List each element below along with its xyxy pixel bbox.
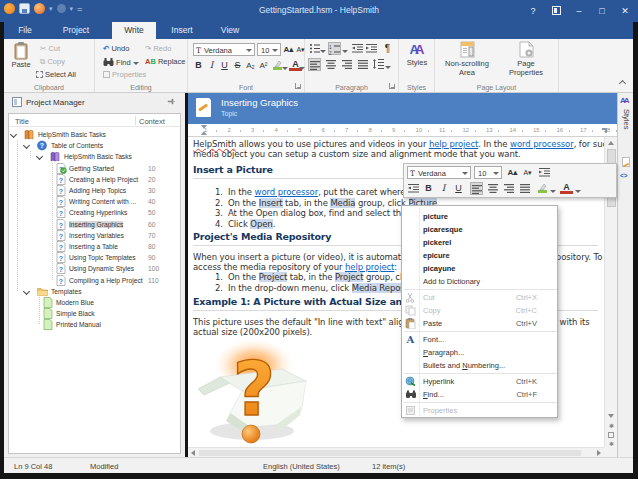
tree-item-label[interactable]: Adding Help Topics (69, 187, 126, 194)
scroll-up-icon[interactable] (608, 141, 614, 145)
tree-item-writing-content-with[interactable]: ?Writing Content with ...40 (9, 196, 180, 207)
tree-item-label[interactable]: Creating a Help Project (69, 176, 138, 183)
menu-item-add-to-dictionary[interactable]: Add to Dictionary (402, 275, 557, 288)
tree-item-label[interactable]: HelpSmith Basic Tasks (64, 153, 132, 160)
tree-item-compiling-a-help-project[interactable]: ?Compiling a Help Project110 (9, 275, 180, 286)
tree-item-label[interactable]: Creating Hyperlinks (69, 209, 127, 216)
tree-item-label[interactable]: Writing Content with ... (69, 198, 136, 205)
mini-highlight-arrow[interactable] (549, 184, 556, 197)
strikethrough-button[interactable]: S (231, 59, 244, 72)
menu-item-paste[interactable]: PasteCtrl+V (402, 317, 557, 330)
cut-button[interactable]: ✂ Cut (40, 44, 60, 53)
menu-item-epicure[interactable]: epicure (402, 249, 557, 262)
tree-item-helpsmith-basic-tasks[interactable]: HelpSmith Basic Tasks (9, 129, 180, 140)
font-dialog-launcher-icon[interactable] (295, 83, 301, 89)
mini-grow-font-button[interactable]: A▴ (506, 166, 519, 179)
menu-item-bullets-and-numbering[interactable]: Bullets and Numbering... (402, 359, 557, 372)
ribbon-tab-view[interactable]: View (212, 22, 248, 39)
mini-bold-button[interactable]: B (422, 182, 435, 195)
ribbon-tab-insert[interactable]: Insert (162, 22, 202, 39)
maximize-button[interactable]: □ (597, 6, 607, 16)
underline-button[interactable]: U (218, 59, 231, 72)
ruler[interactable]: 123456789101112131415161718 (188, 124, 617, 137)
horizontal-scrollbar[interactable] (188, 447, 604, 457)
ribbon-tab-project[interactable]: Project (52, 22, 100, 39)
browse-previous-icon[interactable] (608, 414, 614, 418)
tree-item-inserting-variables[interactable]: ?Inserting Variables70 (9, 230, 180, 241)
find-button[interactable]: Find (103, 57, 139, 67)
align-center-button[interactable] (324, 58, 337, 71)
tree-item-inserting-graphics[interactable]: ?Inserting Graphics60 (9, 219, 180, 230)
highlight-color-arrow[interactable] (282, 61, 288, 74)
language-indicator[interactable]: English (United States) (263, 462, 340, 471)
tree-column-header[interactable]: Title Context (9, 114, 180, 127)
topic-panel-icon[interactable] (622, 157, 630, 167)
browse-object-icon[interactable] (608, 432, 614, 438)
pilcrow-button[interactable]: ¶ (381, 42, 394, 55)
close-button[interactable]: ✕ (620, 6, 630, 16)
tree-item-label[interactable]: Templates (51, 288, 81, 295)
collapse-ribbon-icon[interactable] (619, 80, 626, 87)
tree-item-label[interactable]: Getting Started (69, 165, 114, 172)
html-code-panel-icon[interactable]: <> (620, 172, 628, 179)
menu-item-hyperlink[interactable]: HyperlinkCtrl+K (402, 375, 557, 388)
doc-link[interactable]: help project (345, 262, 394, 272)
mini-format-button[interactable] (538, 166, 551, 179)
styles-button[interactable]: AA Styles (401, 42, 433, 67)
tree-item-label[interactable]: Modern Blue (56, 299, 94, 306)
styles-panel-tab[interactable]: Styles (622, 109, 631, 129)
nonscrolling-area-button[interactable]: Non-scrolling Area (441, 41, 493, 77)
font-family-combo[interactable]: TVerdana (193, 43, 255, 56)
tree-item-adding-help-topics[interactable]: ?Adding Help Topics30 (9, 185, 180, 196)
styles-panel-icon[interactable]: AA (620, 96, 630, 105)
pin-icon[interactable] (167, 98, 175, 106)
bold-button[interactable]: B (192, 59, 205, 72)
tree-item-label[interactable]: Simple Black (56, 310, 95, 317)
tree-item-simple-black[interactable]: Simple Black (9, 308, 180, 319)
mini-italic-button[interactable]: I (437, 182, 450, 195)
numbering-arrow[interactable] (342, 44, 348, 57)
tree-item-inserting-a-table[interactable]: ?Inserting a Table80 (9, 241, 180, 252)
tree-item-label[interactable]: Inserting a Table (69, 243, 118, 250)
question-mark-image[interactable]: ? (190, 333, 320, 447)
tree-item-using-topic-templates[interactable]: ?Using Topic Templates90 (9, 252, 180, 263)
tree-item-creating-a-help-project[interactable]: ?Creating a Help Project20 (9, 174, 180, 185)
select-all-button[interactable]: Select All (36, 70, 76, 79)
horizontal-scroll-thumb[interactable] (199, 450, 581, 456)
tree-expand-icon[interactable] (36, 153, 43, 160)
tree-item-getting-started[interactable]: ?Getting Started10 (9, 163, 180, 174)
menu-item-pickerel[interactable]: pickerel (402, 236, 557, 249)
mini-underline-button[interactable]: U (452, 182, 465, 195)
doc-link[interactable]: word processor (510, 139, 574, 149)
copy-button[interactable]: ⧉ Copy (40, 57, 65, 67)
decrease-indent-button[interactable] (351, 42, 364, 55)
font-size-combo[interactable]: 10 (257, 43, 281, 56)
tree-item-using-dynamic-styles[interactable]: ?Using Dynamic Styles100 (9, 263, 180, 274)
column-title[interactable]: Title (15, 117, 29, 126)
menu-item-picture[interactable]: picture (402, 210, 557, 223)
tree-item-label[interactable]: Inserting Graphics (69, 221, 123, 228)
align-right-button[interactable] (340, 58, 353, 71)
bullets-arrow[interactable] (320, 44, 326, 57)
menu-item-picayune[interactable]: picayune (402, 262, 557, 275)
menu-item-paragraph[interactable]: Paragraph... (402, 346, 557, 359)
redo-button[interactable]: ↷ Redo (145, 44, 171, 53)
tree-item-table-of-contents[interactable]: ?Table of Contents (9, 140, 180, 151)
mini-list-button[interactable] (407, 182, 420, 195)
increase-indent-button[interactable] (365, 42, 378, 55)
doc-link[interactable]: help project (429, 139, 478, 149)
subscript-button[interactable]: A₂ (244, 59, 257, 72)
mini-font-size-combo[interactable]: 10 (474, 166, 502, 179)
minimize-button[interactable]: – (574, 6, 584, 16)
column-context[interactable]: Context (139, 117, 165, 126)
line-spacing-arrow[interactable] (385, 60, 391, 73)
menu-item-find[interactable]: Find...Ctrl+F (402, 388, 557, 401)
ribbon-tab-file[interactable]: File (10, 22, 40, 39)
theme-button[interactable] (551, 6, 561, 16)
mini-font-color-arrow[interactable] (574, 184, 581, 197)
superscript-button[interactable]: A² (257, 59, 270, 72)
mini-align-right-button[interactable] (502, 182, 515, 195)
tree-expand-icon[interactable] (10, 131, 17, 138)
scroll-left-icon[interactable] (191, 450, 195, 456)
menu-item-picaresque[interactable]: picaresque (402, 223, 557, 236)
